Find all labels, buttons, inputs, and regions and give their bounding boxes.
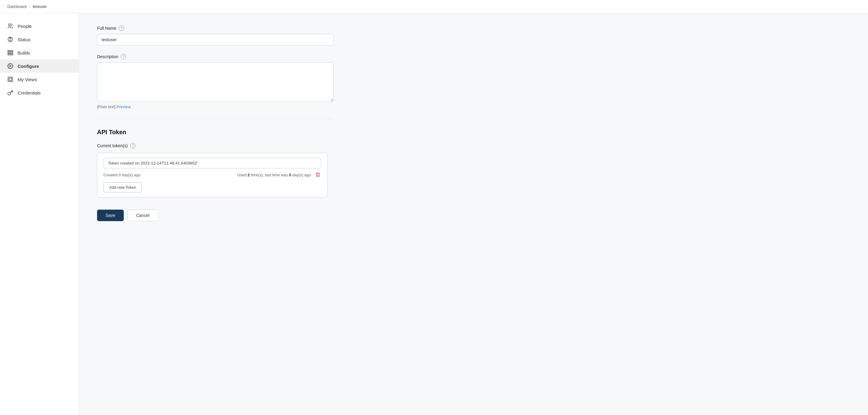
svg-rect-8 [9, 78, 11, 80]
current-tokens-help-icon[interactable]: ? [130, 143, 135, 148]
current-tokens-label: Current token(s) ? [97, 143, 334, 148]
token-value-input[interactable] [103, 158, 321, 168]
breadcrumb-root[interactable]: Dashboard [7, 4, 27, 9]
svg-point-6 [10, 65, 11, 67]
format-hint: [Plain text] Preview [97, 104, 334, 109]
sidebar-item-people-label: People [18, 24, 32, 29]
cancel-button[interactable]: Cancel [127, 210, 158, 221]
full-name-label: Full Name ? [97, 26, 334, 31]
credentials-icon [7, 90, 13, 96]
add-token-button[interactable]: Add new Token [103, 182, 142, 193]
sidebar-item-credentials[interactable]: Credentials [0, 86, 79, 99]
main-content: Full Name ? Description ? [Plain text] P… [79, 13, 352, 415]
svg-rect-3 [8, 50, 13, 51]
my-views-icon [7, 76, 13, 82]
sidebar-item-configure[interactable]: Configure [0, 59, 79, 73]
description-label: Description ? [97, 54, 334, 59]
svg-rect-7 [8, 77, 13, 82]
token-created-ago: Created 0 day(s) ago [103, 173, 141, 177]
svg-point-0 [8, 24, 11, 26]
builds-icon [7, 50, 13, 56]
preview-link[interactable]: Preview [117, 104, 130, 109]
token-used-info: Used 2 time(s), last time was 0 day(s) a… [237, 171, 321, 178]
full-name-input[interactable] [97, 34, 334, 45]
bottom-buttons: Save Cancel [97, 210, 334, 221]
svg-rect-4 [8, 52, 13, 53]
section-divider [97, 119, 334, 119]
api-token-title: API Token [97, 129, 334, 136]
save-button[interactable]: Save [97, 210, 124, 221]
svg-point-2 [10, 38, 11, 39]
token-value-row [103, 158, 321, 168]
status-icon [7, 36, 13, 42]
svg-rect-5 [8, 54, 13, 55]
description-field-group: Description ? [Plain text] Preview [97, 54, 334, 109]
sidebar-item-status-label: Status [18, 37, 31, 42]
sidebar-item-status[interactable]: Status [0, 33, 79, 46]
description-help-icon[interactable]: ? [121, 54, 126, 59]
token-card: Created 0 day(s) ago Used 2 time(s), las… [97, 153, 328, 198]
configure-icon [7, 63, 13, 69]
sidebar-item-people[interactable]: People [0, 20, 79, 33]
sidebar-item-builds[interactable]: Builds [0, 46, 79, 59]
sidebar: People Status Builds [0, 13, 79, 415]
sidebar-item-configure-label: Configure [18, 64, 39, 69]
token-used-times: 2 [247, 173, 250, 177]
people-icon [7, 23, 13, 29]
sidebar-item-my-views-label: My Views [18, 77, 37, 82]
api-token-section: API Token Current token(s) ? Created 0 d… [97, 129, 334, 198]
sidebar-item-builds-label: Builds [18, 50, 30, 56]
full-name-help-icon[interactable]: ? [119, 26, 124, 31]
sidebar-item-credentials-label: Credentials [18, 90, 41, 96]
delete-token-icon[interactable] [314, 171, 321, 178]
sidebar-item-my-views[interactable]: My Views [0, 73, 79, 86]
token-meta-row: Created 0 day(s) ago Used 2 time(s), las… [103, 171, 321, 178]
description-textarea[interactable] [97, 62, 334, 102]
token-used-days: 0 [289, 173, 291, 177]
full-name-field-group: Full Name ? [97, 26, 334, 45]
breadcrumb-current: testuser [33, 4, 47, 9]
breadcrumb-separator: › [29, 4, 30, 9]
breadcrumb: Dashboard › testuser [0, 0, 868, 13]
